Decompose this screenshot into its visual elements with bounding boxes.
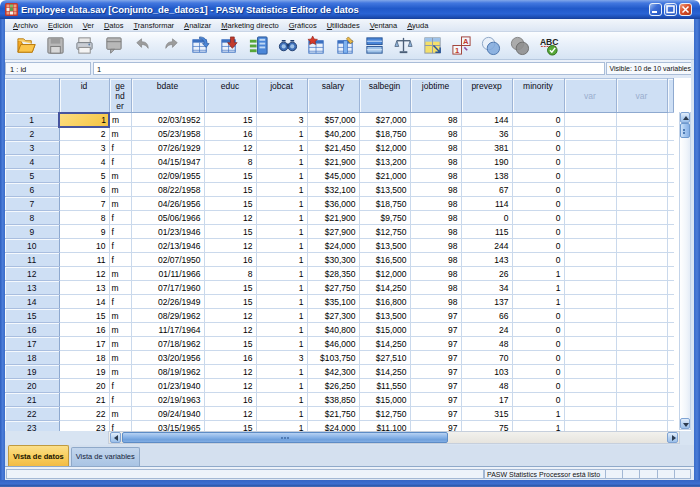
column-header-prevexp[interactable]: prevexp (461, 79, 512, 113)
cell-minority-1[interactable]: 0 (512, 113, 564, 127)
cell-var1-10[interactable] (564, 239, 616, 253)
cell-salary-4[interactable]: $21,900 (307, 155, 359, 169)
scroll-right-button[interactable] (667, 432, 678, 443)
cell-gender-19[interactable]: m (109, 365, 131, 379)
cell-jobtime-22[interactable]: 97 (410, 407, 461, 421)
cell-var1-2[interactable] (564, 127, 616, 141)
cell-jobcat-16[interactable]: 1 (256, 323, 307, 337)
scroll-down-button[interactable] (680, 418, 690, 429)
cell-var1-23[interactable] (564, 421, 616, 432)
row-header-15[interactable]: 15 (5, 309, 59, 323)
cell-jobtime-17[interactable]: 97 (410, 337, 461, 351)
row-header-17[interactable]: 17 (5, 337, 59, 351)
cell-educ-20[interactable]: 12 (204, 379, 256, 393)
column-header-educ[interactable]: educ (204, 79, 256, 113)
cell-id-13[interactable]: 13 (59, 281, 109, 295)
cell-gender-13[interactable]: m (109, 281, 131, 295)
cell-minority-3[interactable]: 0 (512, 141, 564, 155)
cell-jobcat-15[interactable]: 1 (256, 309, 307, 323)
cell-minority-10[interactable]: 0 (512, 239, 564, 253)
cell-minority-17[interactable]: 0 (512, 337, 564, 351)
cell-gender-1[interactable]: m (109, 113, 131, 127)
cell-bdate-23[interactable]: 03/15/1965 (131, 421, 204, 432)
cell-jobcat-4[interactable]: 1 (256, 155, 307, 169)
cell-bdate-6[interactable]: 08/22/1958 (131, 183, 204, 197)
cell-minority-2[interactable]: 0 (512, 127, 564, 141)
cell-salbegin-23[interactable]: $11,100 (359, 421, 410, 432)
cell-var2-5[interactable] (616, 169, 667, 183)
cell-jobtime-23[interactable]: 97 (410, 421, 461, 432)
cell-var2-12[interactable] (616, 267, 667, 281)
minimize-button[interactable] (649, 3, 662, 16)
cell-salary-23[interactable]: $24,000 (307, 421, 359, 432)
cell-salary-14[interactable]: $35,100 (307, 295, 359, 309)
cell-jobcat-2[interactable]: 1 (256, 127, 307, 141)
cell-gender-17[interactable]: m (109, 337, 131, 351)
cell-var1-19[interactable] (564, 365, 616, 379)
cell-var2-21[interactable] (616, 393, 667, 407)
cell-var2-7[interactable] (616, 197, 667, 211)
row-header-10[interactable]: 10 (5, 239, 59, 253)
cell-id-3[interactable]: 3 (59, 141, 109, 155)
column-header-jobtime[interactable]: jobtime (410, 79, 461, 113)
cell-bdate-14[interactable]: 02/26/1949 (131, 295, 204, 309)
row-header-21[interactable]: 21 (5, 393, 59, 407)
cell-id-22[interactable]: 22 (59, 407, 109, 421)
cell-jobtime-21[interactable]: 97 (410, 393, 461, 407)
column-header-salary[interactable]: salary (307, 79, 359, 113)
cell-id-8[interactable]: 8 (59, 211, 109, 225)
cell-educ-21[interactable]: 16 (204, 393, 256, 407)
cell-id-17[interactable]: 17 (59, 337, 109, 351)
row-header-4[interactable]: 4 (5, 155, 59, 169)
cell-jobtime-20[interactable]: 97 (410, 379, 461, 393)
cell-var2-10[interactable] (616, 239, 667, 253)
cell-editor-input[interactable]: 1 (93, 62, 605, 75)
cell-jobcat-7[interactable]: 1 (256, 197, 307, 211)
cell-salbegin-19[interactable]: $14,250 (359, 365, 410, 379)
cell-bdate-2[interactable]: 05/23/1958 (131, 127, 204, 141)
menu-item-ayuda[interactable]: Ayuda (402, 21, 433, 30)
cell-var1-13[interactable] (564, 281, 616, 295)
cell-prevexp-17[interactable]: 48 (461, 337, 512, 351)
cell-educ-6[interactable]: 15 (204, 183, 256, 197)
cell-gender-5[interactable]: m (109, 169, 131, 183)
cell-bdate-9[interactable]: 01/23/1946 (131, 225, 204, 239)
redo-button[interactable] (157, 33, 186, 59)
cell-var1-6[interactable] (564, 183, 616, 197)
row-header-13[interactable]: 13 (5, 281, 59, 295)
cell-jobcat-9[interactable]: 1 (256, 225, 307, 239)
cell-prevexp-7[interactable]: 114 (461, 197, 512, 211)
cell-prevexp-18[interactable]: 70 (461, 351, 512, 365)
cell-prevexp-2[interactable]: 36 (461, 127, 512, 141)
cell-var2-19[interactable] (616, 365, 667, 379)
cell-jobtime-18[interactable]: 97 (410, 351, 461, 365)
cell-educ-1[interactable]: 15 (204, 113, 256, 127)
cell-bdate-20[interactable]: 01/23/1940 (131, 379, 204, 393)
cell-var1-21[interactable] (564, 393, 616, 407)
find-button[interactable] (273, 33, 302, 59)
row-header-16[interactable]: 16 (5, 323, 59, 337)
show-all-variables-button[interactable] (505, 33, 534, 59)
row-header-22[interactable]: 22 (5, 407, 59, 421)
row-header-7[interactable]: 7 (5, 197, 59, 211)
cell-salary-21[interactable]: $38,850 (307, 393, 359, 407)
cell-salary-22[interactable]: $21,750 (307, 407, 359, 421)
row-header-20[interactable]: 20 (5, 379, 59, 393)
cell-salbegin-1[interactable]: $27,000 (359, 113, 410, 127)
cell-gender-11[interactable]: f (109, 253, 131, 267)
cell-prevexp-5[interactable]: 138 (461, 169, 512, 183)
cell-salary-17[interactable]: $46,000 (307, 337, 359, 351)
row-header-6[interactable]: 6 (5, 183, 59, 197)
cell-prevexp-16[interactable]: 24 (461, 323, 512, 337)
column-header-minority[interactable]: minority (512, 79, 564, 113)
cell-var2-20[interactable] (616, 379, 667, 393)
cell-jobtime-8[interactable]: 98 (410, 211, 461, 225)
use-variable-sets-button[interactable] (476, 33, 505, 59)
cell-salary-7[interactable]: $36,000 (307, 197, 359, 211)
row-header-14[interactable]: 14 (5, 295, 59, 309)
row-header-19[interactable]: 19 (5, 365, 59, 379)
cell-gender-16[interactable]: m (109, 323, 131, 337)
cell-gender-23[interactable]: f (109, 421, 131, 432)
cell-id-4[interactable]: 4 (59, 155, 109, 169)
cell-var1-9[interactable] (564, 225, 616, 239)
